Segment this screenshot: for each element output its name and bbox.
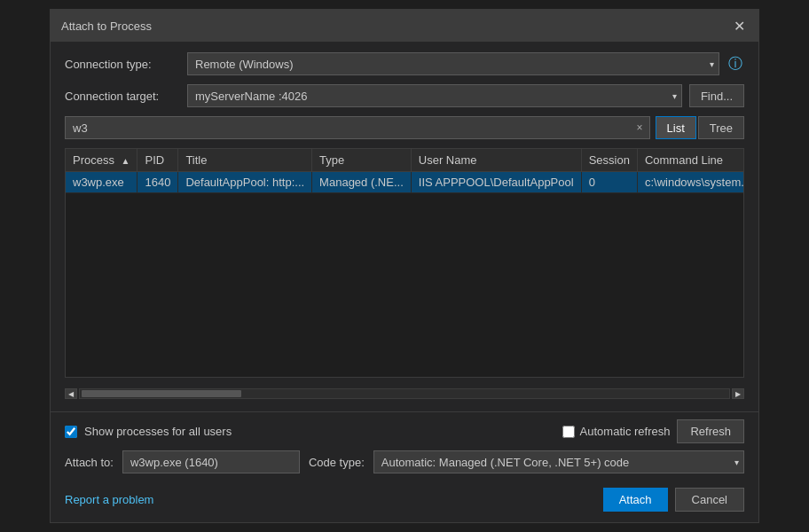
connection-target-label: Connection target: xyxy=(65,90,180,103)
table-cell: DefaultAppPool: http:... xyxy=(178,172,312,193)
col-title[interactable]: Title xyxy=(178,149,312,172)
attach-to-label: Attach to: xyxy=(65,456,114,469)
clear-search-button[interactable]: × xyxy=(633,121,647,134)
scroll-left-button[interactable]: ◀ xyxy=(65,388,77,399)
bottom-controls: Show processes for all users Automatic r… xyxy=(51,411,758,481)
col-username[interactable]: User Name xyxy=(411,149,581,172)
scroll-track[interactable] xyxy=(79,388,730,399)
search-input-wrapper: × xyxy=(65,116,650,139)
col-process[interactable]: Process ▲ xyxy=(66,149,137,172)
connection-type-wrapper: Remote (Windows) ▾ xyxy=(187,52,719,75)
dialog-body: Connection type: Remote (Windows) ▾ ⓘ Co… xyxy=(51,42,758,411)
auto-refresh-label[interactable]: Automatic refresh xyxy=(580,425,671,438)
action-buttons: Attach Cancel xyxy=(603,488,744,512)
connection-target-select[interactable]: myServerName :4026 xyxy=(187,84,682,107)
scroll-right-button[interactable]: ▶ xyxy=(732,388,744,399)
attach-to-process-dialog: Attach to Process ✕ Connection type: Rem… xyxy=(50,9,759,523)
process-table: Process ▲ PID Title Type User Name Sessi… xyxy=(65,148,744,378)
attach-to-row: Attach to: Code type: Automatic: Managed… xyxy=(65,450,744,473)
table-row[interactable]: w3wp.exe1640DefaultAppPool: http:...Mana… xyxy=(66,172,744,193)
col-pid[interactable]: PID xyxy=(137,149,178,172)
table-header-row: Process ▲ PID Title Type User Name Sessi… xyxy=(66,149,744,172)
dialog-title: Attach to Process xyxy=(61,20,152,33)
process-list-table: Process ▲ PID Title Type User Name Sessi… xyxy=(66,149,744,193)
auto-refresh-wrapper: Automatic refresh xyxy=(562,425,671,438)
title-bar: Attach to Process ✕ xyxy=(51,10,758,42)
code-type-label: Code type: xyxy=(309,456,365,469)
refresh-button[interactable]: Refresh xyxy=(677,419,744,443)
horizontal-scrollbar[interactable]: ◀ ▶ xyxy=(65,388,744,399)
show-all-users-label[interactable]: Show processes for all users xyxy=(84,425,232,438)
attach-to-input[interactable] xyxy=(122,450,300,473)
connection-target-row: Connection target: myServerName :4026 ▾ … xyxy=(65,84,744,107)
list-view-button[interactable]: List xyxy=(656,116,696,139)
connection-type-select[interactable]: Remote (Windows) xyxy=(187,52,719,75)
info-button[interactable]: ⓘ xyxy=(727,55,744,73)
connection-target-wrapper: myServerName :4026 ▾ xyxy=(187,84,682,107)
table-cell: c:\windows\system... xyxy=(637,172,744,193)
refresh-row: Automatic refresh Refresh xyxy=(562,419,744,443)
auto-refresh-checkbox[interactable] xyxy=(562,426,575,438)
table-cell: 1640 xyxy=(137,172,178,193)
table-cell: w3wp.exe xyxy=(66,172,137,193)
connection-type-row: Connection type: Remote (Windows) ▾ ⓘ xyxy=(65,52,744,75)
report-problem-link[interactable]: Report a problem xyxy=(65,493,153,506)
code-type-wrapper: Automatic: Managed (.NET Core, .NET 5+) … xyxy=(373,450,744,473)
col-type[interactable]: Type xyxy=(312,149,412,172)
cancel-button[interactable]: Cancel xyxy=(675,488,744,512)
view-toggle: List Tree xyxy=(656,116,744,139)
table-cell: 0 xyxy=(581,172,637,193)
scroll-thumb xyxy=(82,390,241,397)
code-type-select[interactable]: Automatic: Managed (.NET Core, .NET 5+) … xyxy=(373,450,744,473)
table-cell: Managed (.NE... xyxy=(312,172,412,193)
show-all-users-checkbox[interactable] xyxy=(65,426,77,438)
close-button[interactable]: ✕ xyxy=(730,17,748,35)
attach-button[interactable]: Attach xyxy=(603,488,668,512)
search-row: × List Tree xyxy=(65,116,744,139)
find-button[interactable]: Find... xyxy=(689,84,744,107)
col-commandline[interactable]: Command Line xyxy=(637,149,744,172)
col-session[interactable]: Session xyxy=(581,149,637,172)
table-cell: IIS APPPOOL\DefaultAppPool xyxy=(411,172,581,193)
search-input[interactable] xyxy=(65,116,650,139)
show-all-users-row: Show processes for all users xyxy=(65,425,232,438)
connection-type-label: Connection type: xyxy=(65,58,180,71)
tree-view-button[interactable]: Tree xyxy=(698,116,744,139)
footer-row: Report a problem Attach Cancel xyxy=(51,481,758,522)
